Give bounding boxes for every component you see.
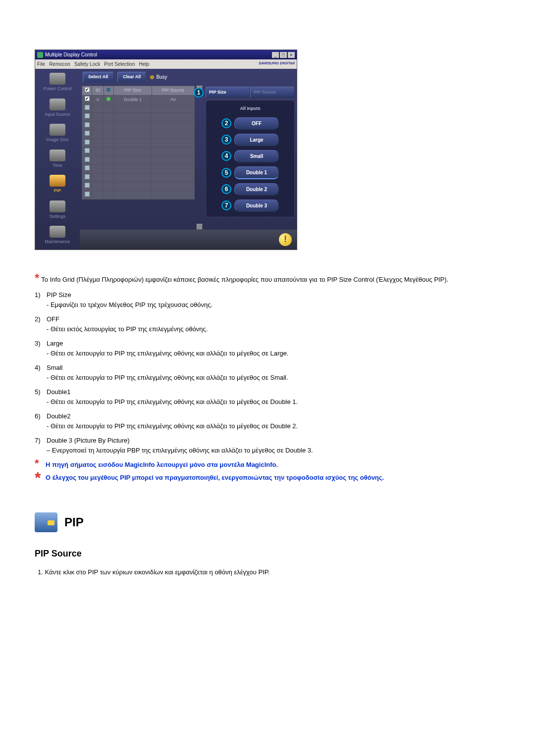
settings-icon <box>50 201 65 212</box>
sidebar-image-size[interactable]: Image Size <box>36 124 79 144</box>
scroll-down-icon[interactable] <box>197 224 203 230</box>
sidebar-power-control[interactable]: Power Control <box>36 73 79 93</box>
menu-safety-lock[interactable]: Safety Lock <box>74 60 100 68</box>
cell-pip-size: Double 1 <box>113 96 152 104</box>
table-row[interactable] <box>82 130 195 139</box>
option-double2[interactable]: Double 2 <box>234 183 279 196</box>
row-checkbox[interactable] <box>85 165 90 170</box>
row-checkbox[interactable] <box>85 131 90 136</box>
note-text: Η πηγή σήματος εισόδου MagicInfo λειτουρ… <box>46 460 278 470</box>
sidebar-time[interactable]: Time <box>36 150 79 169</box>
sidebar-input-source[interactable]: Input Source <box>36 99 79 118</box>
sidebar-maintenance[interactable]: Maintenance <box>36 226 79 246</box>
pip-header: 1 PIP Size PIP Source <box>206 87 295 99</box>
item-desc: – Ενεργοποιεί τη λειτουργία PBP της επιλ… <box>35 446 500 455</box>
col-pip-size[interactable]: PIP Size <box>113 86 152 96</box>
select-all-button[interactable]: Select All <box>83 72 113 83</box>
row-checkbox[interactable] <box>85 157 90 162</box>
row-checkbox[interactable] <box>85 140 90 145</box>
item-num: 1) <box>35 290 47 300</box>
row-checkbox[interactable] <box>85 192 90 197</box>
table-row[interactable] <box>82 191 195 200</box>
col-id[interactable]: ID <box>92 86 104 96</box>
option-off[interactable]: OFF <box>234 117 279 130</box>
list-item: 4)Small - Θέτει σε λειτουργία το PIP της… <box>35 363 500 382</box>
item-num: 3) <box>35 339 47 349</box>
sidebar-settings[interactable]: Settings <box>36 201 79 220</box>
row-checkbox[interactable] <box>85 148 90 153</box>
table-row[interactable] <box>82 121 195 130</box>
col-check[interactable] <box>82 86 92 96</box>
item-title: Large <box>47 340 63 347</box>
sidebar-pip[interactable]: PIP <box>36 175 79 195</box>
titlebar: Multiple Display Control _ □ × <box>35 50 297 59</box>
table-row[interactable]: 0 Double 1 AV <box>82 96 195 104</box>
item-num: 6) <box>35 411 47 421</box>
table-row[interactable] <box>82 139 195 148</box>
list-item: 2)OFF - Θέτει εκτός λειτουργίας το PIP τ… <box>35 314 500 334</box>
time-icon <box>50 150 65 161</box>
table-row[interactable] <box>82 148 195 156</box>
option-double1[interactable]: Double 1 <box>234 166 279 179</box>
row-checkbox[interactable] <box>85 96 90 101</box>
menu-remocon[interactable]: Remocon <box>49 60 70 68</box>
pip-section-header: PIP <box>35 512 500 532</box>
feature-list: 1)PIP Size - Εμφανίζει το τρέχον Μέγεθος… <box>35 290 500 455</box>
app-window: Multiple Display Control _ □ × File Remo… <box>35 50 297 250</box>
item-desc: - Εμφανίζει το τρέχον Μέγεθος PIP της τρ… <box>35 300 500 310</box>
power-icon <box>50 73 65 85</box>
pip-source-heading: PIP Source <box>35 547 500 560</box>
option-small[interactable]: Small <box>234 150 279 162</box>
image-size-icon <box>50 124 65 136</box>
menu-port-selection[interactable]: Port Selection <box>104 60 135 68</box>
row-checkbox[interactable] <box>85 122 90 127</box>
menu-file[interactable]: File <box>37 60 45 68</box>
item-desc: - Θέτει σε λειτουργία το PIP της επιλεγμ… <box>35 373 500 383</box>
note-text: Ο έλεγχος του μεγέθους PIP μπορεί να πρα… <box>46 473 384 483</box>
item-desc: - Θέτει σε λειτουργία το PIP της επιλεγμ… <box>35 349 500 358</box>
table-row[interactable] <box>82 104 195 113</box>
doc-section: * Το Info Grid (Πλέγμα Πληροφοριών) εμφα… <box>35 275 500 577</box>
table-row[interactable] <box>82 156 195 165</box>
option-large[interactable]: Large <box>234 134 279 146</box>
row-checkbox[interactable] <box>85 183 90 188</box>
col-pip-source[interactable]: PIP Source <box>152 86 194 96</box>
row-checkbox[interactable] <box>85 174 90 179</box>
item-num: 7) <box>35 436 47 446</box>
table-row[interactable] <box>82 113 195 122</box>
status-busy: Busy <box>150 73 167 81</box>
table-row[interactable] <box>82 173 195 182</box>
footer-row: ! <box>80 230 297 250</box>
star-icon: * <box>35 473 44 483</box>
busy-label: Busy <box>156 73 167 81</box>
maximize-btn[interactable]: □ <box>280 52 287 58</box>
item-desc: - Θέτει σε λειτουργία το PIP της επιλεγμ… <box>35 421 500 431</box>
star-icon: * <box>35 275 39 282</box>
row-checkbox[interactable] <box>85 113 90 118</box>
intro-note: * Το Info Grid (Πλέγμα Πληροφοριών) εμφα… <box>35 275 500 285</box>
pip-size-tab[interactable]: PIP Size <box>206 87 250 99</box>
row-checkbox[interactable] <box>85 105 90 110</box>
warning-icon[interactable]: ! <box>279 233 292 246</box>
item-title: Double 3 (Picture By Picture) <box>47 437 130 444</box>
options-box: All Inputs 2OFF 3Large 4Small 5Double 1 … <box>206 100 295 217</box>
close-btn[interactable]: × <box>288 52 295 58</box>
item-desc: - Θέτει εκτός λειτουργίας το PIP της επι… <box>35 324 500 334</box>
callout-4: 4 <box>221 151 231 161</box>
callout-2: 2 <box>221 118 231 128</box>
table-scrollbar[interactable] <box>197 86 203 230</box>
clear-all-button[interactable]: Clear All <box>117 72 146 83</box>
table-row[interactable] <box>82 182 195 191</box>
magicinfo-note: * Η πηγή σήματος εισόδου MagicInfo λειτο… <box>35 460 500 470</box>
list-item: 3)Large - Θέτει σε λειτουργία το PIP της… <box>35 339 500 358</box>
star-icon: * <box>35 460 44 467</box>
item-num: 4) <box>35 363 47 373</box>
table-row[interactable] <box>82 165 195 174</box>
pip-source-tab[interactable]: PIP Source <box>250 87 295 99</box>
col-status[interactable] <box>104 86 113 96</box>
menu-help[interactable]: Help <box>139 60 149 68</box>
minimize-btn[interactable]: _ <box>272 52 279 58</box>
option-double3[interactable]: Double 3 <box>234 200 279 212</box>
power-note: * Ο έλεγχος του μεγέθους PIP μπορεί να π… <box>35 473 500 483</box>
item-title: OFF <box>47 315 59 323</box>
